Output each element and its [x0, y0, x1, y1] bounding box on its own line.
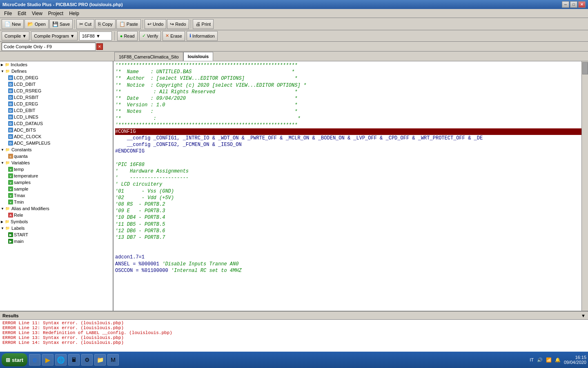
taskbar-prog-icon[interactable]: ⚙ — [81, 354, 93, 366]
compile-label: Compile — [4, 34, 21, 38]
compile-program-button[interactable]: Compile Program ▼ — [31, 31, 77, 40]
taskbar-calc-icon[interactable]: 🖩 — [68, 354, 80, 366]
sidebar-item-lcd-ebit[interactable]: D LCD_EBIT — [0, 107, 113, 114]
file-input-area[interactable]: Code Compile Only - F9 — [2, 43, 96, 51]
sidebar-item-lcd-dreg[interactable]: D LCD_DREG — [0, 74, 113, 81]
sidebar-item-lcd-lines[interactable]: D LCD_LINES — [0, 114, 113, 120]
tab-16f88-camera[interactable]: 16F88_CameraClimatica_Sito — [114, 52, 183, 61]
sidebar-item-tmin[interactable]: v Tmin — [0, 199, 113, 205]
sidebar-item-includes[interactable]: ▶ 📁 Includes — [0, 61, 113, 68]
sidebar-item-defines[interactable]: ▼ 📁 Defines — [0, 68, 113, 74]
start-button[interactable]: ⊞ start — [2, 353, 27, 366]
information-button[interactable]: ℹ Information — [187, 31, 218, 41]
save-icon: 💾 — [52, 21, 58, 27]
variables-label: Variables — [11, 160, 30, 165]
taskbar-media-icon[interactable]: ▶ — [42, 354, 53, 366]
code-line-11: #CONFIG — [115, 128, 586, 135]
minimize-button[interactable]: ─ — [562, 1, 569, 8]
code-line-3: '* Author : [select VIEW...EDITOR OPTION… — [115, 75, 586, 82]
file-close-button[interactable]: ✕ — [96, 43, 103, 50]
sidebar-item-tmax[interactable]: v Tmax — [0, 192, 113, 199]
close-button[interactable]: ✕ — [578, 1, 586, 8]
sidebar-item-lcd-rsbit[interactable]: D LCD_RSBIT — [0, 94, 113, 101]
code-editor[interactable]: '***************************************… — [114, 61, 588, 311]
sidebar-item-rele[interactable]: A Rele — [0, 212, 113, 218]
cut-button[interactable]: ✂ Cut — [76, 19, 94, 29]
sample-label: sample — [14, 186, 28, 191]
includes-folder-icon: 📁 — [4, 62, 10, 67]
code-line-28 — [115, 241, 586, 247]
maximize-button[interactable]: □ — [570, 1, 577, 8]
sidebar-item-start[interactable]: ▶ START — [0, 231, 113, 238]
new-button[interactable]: 📄 New — [2, 19, 24, 29]
sidebar-item-samples[interactable]: v samples — [0, 179, 113, 186]
compile-button[interactable]: Compile ▼ — [2, 31, 29, 40]
lcd-dreg-label: LCD_DREG — [14, 75, 38, 80]
menu-project[interactable]: Project — [46, 10, 66, 17]
rele-label: Rele — [14, 213, 23, 218]
chip-selector[interactable]: 16F88 ▼ — [79, 31, 112, 40]
menu-help[interactable]: Help — [67, 10, 82, 17]
erase-button[interactable]: ✕ Erase — [163, 31, 185, 41]
title-bar: MicroCode Studio Plus - PICBASIC PRO (lo… — [0, 0, 588, 9]
results-collapse-icon[interactable]: ▼ — [581, 313, 586, 318]
tmax-label: Tmax — [14, 193, 25, 198]
sidebar-item-sample[interactable]: v sample — [0, 186, 113, 192]
open-button[interactable]: 📂 Open — [24, 19, 49, 29]
adc-clock-label: ADC_CLOCK — [14, 134, 41, 139]
sidebar-item-labels[interactable]: ▼ 📁 Labels — [0, 225, 113, 231]
sidebar-item-temp[interactable]: v temp — [0, 166, 113, 173]
windows-logo-icon: ⊞ — [6, 357, 10, 363]
code-line-10: '***************************************… — [115, 122, 586, 128]
lcd-ebit-label: LCD_EBIT — [14, 108, 36, 113]
quanta-label: quanta — [14, 154, 28, 159]
sidebar-item-adc-sampleus[interactable]: D ADC_SAMPLEUS — [0, 140, 113, 146]
editor-scrollbar[interactable] — [581, 61, 588, 311]
redo-button[interactable]: ↪ Redo — [167, 19, 189, 29]
verify-button[interactable]: ✓ Verify — [139, 31, 161, 41]
code-line-8: '* Notes : * — [115, 108, 586, 115]
code-line-27: '13 DB7 - PORTB.7 — [115, 234, 586, 241]
undo-button[interactable]: ↩ Undo — [145, 19, 166, 29]
save-button[interactable]: 💾 Save — [49, 19, 73, 29]
sidebar-item-temperature[interactable]: v temperature — [0, 173, 113, 179]
taskbar-ie-icon[interactable]: e — [29, 354, 40, 366]
sidebar-item-symbols[interactable]: ▶ 📁 Symbols — [0, 218, 113, 225]
sidebar-item-constants[interactable]: ▼ 📁 Constants — [0, 146, 113, 153]
sidebar-item-alias[interactable]: ▼ 📁 Alias and Modifiers — [0, 205, 113, 212]
sidebar-item-lcd-rsreg[interactable]: D LCD_RSREG — [0, 88, 113, 94]
sidebar-item-lcd-dataus[interactable]: D LCD_DATAUS — [0, 120, 113, 127]
undo-icon: ↩ — [147, 21, 151, 27]
sidebar-item-main[interactable]: ▶ main — [0, 238, 113, 245]
lcd-ereg-icon: D — [8, 101, 13, 106]
code-line-15 — [115, 155, 586, 162]
quanta-icon: c — [8, 154, 13, 159]
menu-file[interactable]: File — [2, 10, 14, 17]
menu-edit[interactable]: Edit — [15, 10, 29, 17]
menu-view[interactable]: View — [29, 10, 45, 17]
scrollbar-thumb[interactable] — [582, 62, 588, 74]
copy-button[interactable]: ⎘ Copy — [95, 19, 116, 29]
sidebar-item-lcd-ereg[interactable]: D LCD_EREG — [0, 101, 113, 107]
paste-button[interactable]: 📋 Paste — [116, 19, 141, 29]
tab-louislouis[interactable]: louislouis — [183, 52, 213, 61]
sidebar-item-variables[interactable]: ▼ 📁 Variables — [0, 159, 113, 166]
main-label: main — [14, 239, 24, 244]
code-line-30: adcon1.7=1 — [115, 254, 586, 260]
samples-icon: v — [8, 180, 13, 185]
error-line-2: ERROR Line 12: Syntax error. (louislouis… — [2, 325, 586, 330]
code-line-6: '* Date : 09/04/2020 * — [115, 95, 586, 102]
read-button[interactable]: ● Read — [117, 31, 138, 41]
error-line-1: ERROR Line 11: Syntax error. (louislouis… — [2, 321, 586, 325]
samples-label: samples — [14, 180, 31, 185]
sidebar-item-quanta[interactable]: c quanta — [0, 153, 113, 159]
sidebar-item-adc-clock[interactable]: D ADC_CLOCK — [0, 133, 113, 140]
error-line-3: ERROR Line 13: Redefinition of LABEL __c… — [2, 330, 586, 335]
print-button[interactable]: 🖨 Print — [193, 19, 214, 29]
sidebar-item-lcd-dbit[interactable]: D LCD_DBIT — [0, 81, 113, 88]
taskbar-app-icon[interactable]: M — [107, 354, 119, 366]
taskbar-folder-icon[interactable]: 📁 — [94, 354, 106, 366]
sidebar-item-adc-bits[interactable]: D ADC_BITS — [0, 127, 113, 133]
code-line-21: '02 - Vdd (+5V) — [115, 195, 586, 201]
taskbar-chrome-icon[interactable]: 🌐 — [55, 354, 67, 366]
